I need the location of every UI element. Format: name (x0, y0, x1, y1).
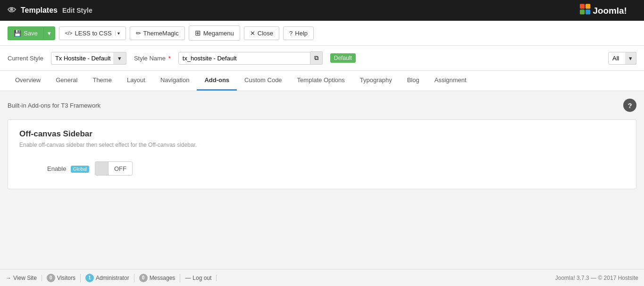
enable-form-row: Enable Global OFF (19, 158, 625, 179)
builtin-addons-header: Built-in Add-ons for T3 Framework ? (8, 99, 636, 112)
style-row: Current Style Tx Hostsite - Default ▾ St… (0, 46, 644, 71)
toggle-switch[interactable]: OFF (95, 161, 133, 176)
help-icon: ? (289, 30, 293, 37)
enable-label-wrap: Enable Global (19, 165, 95, 172)
theme-magic-icon: ✏ (136, 30, 141, 37)
svg-rect-2 (580, 9, 585, 14)
style-name-label: Style Name * (134, 55, 171, 62)
svg-rect-0 (580, 4, 585, 8)
close-button[interactable]: ✕ Close (244, 26, 279, 40)
svg-text:Joomla!: Joomla! (593, 6, 627, 16)
less-to-css-button[interactable]: </> LESS to CSS ▾ (59, 26, 126, 40)
top-bar-left: 👁 Templates Edit Style (8, 6, 92, 16)
joomla-logo: Joomla! (580, 2, 636, 19)
app-title: Templates (21, 6, 58, 15)
all-select[interactable]: All (608, 52, 636, 65)
current-style-label: Current Style (8, 55, 43, 62)
help-button[interactable]: ? Help (283, 26, 314, 40)
builtin-addons-text: Built-in Add-ons for T3 Framework (8, 102, 100, 109)
toolbar: 💾 Save ▾ </> LESS to CSS ▾ ✏ ThemeMagic … (0, 21, 644, 46)
tab-custom-code[interactable]: Custom Code (237, 71, 289, 91)
megamenu-icon: ⊞ (195, 29, 201, 37)
tab-navigation[interactable]: Navigation (153, 71, 197, 91)
top-bar: 👁 Templates Edit Style Joomla! (0, 0, 644, 21)
help-circle-icon[interactable]: ? (623, 99, 636, 112)
toggle-off-label: OFF (109, 163, 132, 174)
style-name-input-wrap: ⧉ (178, 51, 323, 65)
offcanvas-section: Off-canvas Sidebar Enable off-canvas sid… (8, 119, 636, 189)
tab-theme[interactable]: Theme (85, 71, 119, 91)
content-area: Built-in Add-ons for T3 Framework ? Off-… (0, 91, 644, 233)
tabs-bar: Overview General Theme Layout Navigation… (0, 71, 644, 91)
close-icon: ✕ (250, 30, 255, 37)
tab-typography[interactable]: Typography (352, 71, 400, 91)
enable-label: Enable (47, 165, 66, 172)
section-desc: Enable off-canvas sidebar then select ef… (19, 142, 625, 148)
save-button-group[interactable]: 💾 Save ▾ (8, 26, 55, 40)
current-style-select[interactable]: Tx Hostsite - Default (51, 52, 126, 65)
all-select-wrap[interactable]: All ▾ (608, 52, 636, 65)
default-badge: Default (330, 53, 356, 63)
save-icon: 💾 (14, 30, 21, 37)
style-name-copy-button[interactable]: ⧉ (310, 51, 323, 65)
tab-overview[interactable]: Overview (8, 71, 48, 91)
theme-magic-button[interactable]: ✏ ThemeMagic (130, 26, 185, 40)
current-style-select-wrap[interactable]: Tx Hostsite - Default ▾ (51, 52, 126, 65)
megamenu-button[interactable]: ⊞ Megamenu (189, 25, 240, 41)
style-name-input[interactable] (178, 52, 310, 65)
section-title: Off-canvas Sidebar (19, 129, 625, 139)
edit-style-label: Edit Style (62, 7, 92, 14)
save-button[interactable]: 💾 Save (8, 26, 43, 40)
style-right: All ▾ (608, 52, 636, 65)
global-badge: Global (71, 166, 89, 173)
tab-assignment[interactable]: Assignment (427, 71, 474, 91)
tab-addons[interactable]: Add-ons (197, 71, 237, 91)
toggle-handle[interactable] (95, 162, 109, 175)
less-icon: </> (65, 30, 73, 36)
svg-rect-1 (585, 4, 590, 8)
save-dropdown-button[interactable]: ▾ (43, 26, 55, 40)
tab-template-options[interactable]: Template Options (290, 71, 352, 91)
tab-general[interactable]: General (48, 71, 85, 91)
eye-icon: 👁 (8, 6, 16, 16)
tab-layout[interactable]: Layout (119, 71, 153, 91)
svg-rect-3 (585, 9, 590, 14)
tab-blog[interactable]: Blog (400, 71, 427, 91)
less-dropdown-icon: ▾ (115, 31, 120, 36)
